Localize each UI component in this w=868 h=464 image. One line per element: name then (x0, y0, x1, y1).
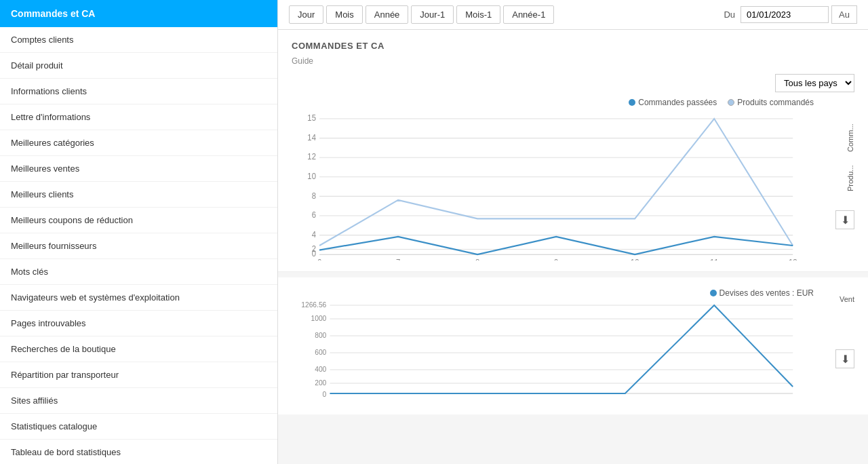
svg-text:0: 0 (312, 249, 317, 258)
filter-mois-1[interactable]: Mois-1 (456, 5, 500, 24)
chart2-svg: 1266.56 1000 800 600 400 200 0 (292, 302, 814, 404)
sidebar-item-meilleurs-clients[interactable]: Meilleurs clients (0, 182, 277, 208)
chart-controls: Tous les pays (292, 74, 854, 92)
svg-text:800: 800 (315, 332, 326, 339)
sidebar-item-meilleures-ventes[interactable]: Meilleures ventes (0, 156, 277, 182)
sidebar-item-meilleures-categories[interactable]: Meilleures catégories (0, 130, 277, 156)
svg-text:15: 15 (307, 113, 316, 122)
filter-annee[interactable]: Année (366, 5, 409, 24)
svg-text:400: 400 (315, 366, 326, 373)
sidebar-item-detail-produit[interactable]: Détail produit (0, 53, 277, 79)
sidebar-item-pages-introuvables[interactable]: Pages introuvables (0, 311, 277, 336)
svg-text:7: 7 (396, 257, 400, 260)
chart1-svg: 15 14 12 10 8 6 4 2 0 6 7 (292, 111, 814, 260)
chart-guide[interactable]: Guide (292, 56, 854, 66)
sidebar-item-active[interactable]: Commandes et CA (0, 0, 277, 27)
legend-devises: Devises des ventes : EUR (710, 288, 814, 298)
chart-title: COMMANDES ET CA (292, 41, 854, 51)
svg-text:14: 14 (307, 133, 316, 142)
sidebar-item-informations-clients[interactable]: Informations clients (0, 79, 277, 104)
sidebar-item-repartition-transporteur[interactable]: Répartition par transporteur (0, 362, 277, 388)
sidebar-item-tableau-de-bord[interactable]: Tableau de bord statistiques (0, 440, 277, 464)
legend-dot-produits (728, 99, 734, 106)
svg-text:4: 4 (312, 230, 317, 239)
svg-text:600: 600 (315, 349, 326, 356)
chart2-right-label: Vent (840, 295, 854, 303)
chart1-right-label-comm: Comm... (846, 118, 854, 152)
chart-ventes-section: Devises des ventes : EUR 1266.56 (278, 277, 868, 414)
country-select[interactable]: Tous les pays (775, 74, 854, 92)
chart2-area: 1266.56 1000 800 600 400 200 0 (292, 302, 814, 404)
sidebar: Commandes et CA Comptes clients Détail p… (0, 0, 278, 464)
chart1-download-button[interactable]: ⬇ (835, 210, 854, 229)
legend-commandes: Commandes passées (629, 98, 717, 107)
sidebar-item-meilleurs-fournisseurs[interactable]: Meilleurs fournisseurs (0, 233, 277, 259)
filter-jour[interactable]: Jour (289, 5, 323, 24)
svg-text:6: 6 (312, 210, 316, 219)
filter-mois[interactable]: Mois (326, 5, 362, 24)
legend-dot-devises (710, 290, 717, 296)
svg-text:6: 6 (317, 257, 321, 260)
date-to-label: Au (831, 5, 857, 24)
legend-produits: Produits commandés (728, 98, 814, 107)
sidebar-item-navigateurs[interactable]: Navigateurs web et systèmes d'exploitati… (0, 285, 277, 311)
svg-text:11: 11 (710, 257, 719, 260)
filter-jour-1[interactable]: Jour-1 (411, 5, 454, 24)
date-from-label: Du (724, 9, 735, 20)
svg-text:12: 12 (789, 257, 797, 260)
svg-text:200: 200 (315, 379, 326, 387)
svg-text:8: 8 (475, 257, 479, 260)
sidebar-item-statistiques-catalogue[interactable]: Statistiques catalogue (0, 414, 277, 440)
chart1-right-label-prod: Produ... (846, 157, 854, 191)
svg-text:1266.56: 1266.56 (301, 302, 326, 309)
filter-bar: Jour Mois Année Jour-1 Mois-1 Année-1 Du… (278, 0, 868, 30)
svg-text:9: 9 (554, 257, 558, 260)
svg-text:10: 10 (631, 257, 639, 260)
download-icon: ⬇ (841, 214, 850, 227)
chart-commandes-section: COMMANDES ET CA Guide Tous les pays Comm… (278, 30, 868, 272)
sidebar-item-lettre-informations[interactable]: Lettre d'informations (0, 104, 277, 130)
sidebar-item-mots-cles[interactable]: Mots clés (0, 259, 277, 285)
legend-dot-commandes (629, 99, 635, 106)
sidebar-item-comptes-clients[interactable]: Comptes clients (0, 27, 277, 53)
chart2-legend: Devises des ventes : EUR (292, 288, 814, 298)
svg-text:0: 0 (323, 391, 327, 398)
sidebar-item-recherches[interactable]: Recherches de la boutique (0, 336, 277, 362)
svg-text:10: 10 (307, 172, 316, 180)
svg-text:1000: 1000 (311, 315, 327, 322)
chart2-download-button[interactable]: ⬇ (835, 349, 854, 368)
chart1-legend: Commandes passées Produits commandés (292, 98, 814, 107)
sidebar-item-meilleurs-coupons[interactable]: Meilleurs coupons de réduction (0, 208, 277, 233)
svg-text:12: 12 (307, 152, 316, 161)
svg-text:8: 8 (312, 191, 316, 199)
main-content: Jour Mois Année Jour-1 Mois-1 Année-1 Du… (278, 0, 868, 464)
filter-annee-1[interactable]: Année-1 (503, 5, 554, 24)
sidebar-item-sites-affilies[interactable]: Sites affiliés (0, 388, 277, 414)
date-from-input[interactable] (741, 6, 829, 23)
download-icon-2: ⬇ (841, 353, 850, 366)
chart1-area: 15 14 12 10 8 6 4 2 0 6 7 (292, 111, 814, 260)
